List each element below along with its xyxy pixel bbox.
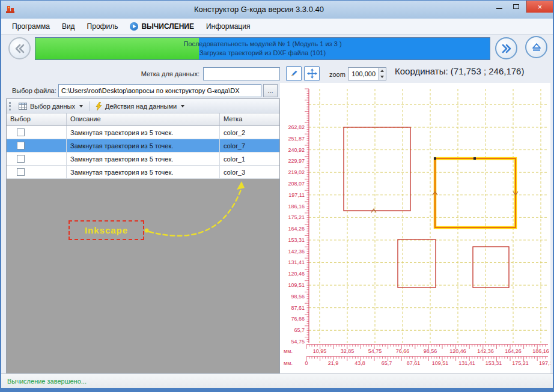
edit-button[interactable] [286, 66, 302, 81]
double-chevron-left-icon [14, 43, 26, 54]
svg-text:142,36: 142,36 [477, 348, 494, 354]
svg-text:164,26: 164,26 [288, 226, 305, 232]
svg-text:229,97: 229,97 [288, 158, 305, 164]
svg-text:65,7: 65,7 [382, 360, 392, 366]
pencil-icon [290, 69, 299, 78]
close-button[interactable]: × [526, 1, 553, 13]
progress-line2: Загрузка траекторий из DXF файла (101) [199, 49, 326, 58]
svg-text:197,11: 197,11 [539, 360, 550, 366]
row-description: Замкнутая траектория из 5 точек. [67, 139, 220, 152]
menu-item-calculation[interactable]: ВЫЧИСЛЕНИЕ [124, 19, 200, 34]
svg-text:131,41: 131,41 [288, 259, 305, 265]
y-axis-labels: 262,82251,87240,92229,97219,02208,07197,… [288, 124, 305, 345]
menu-item-program[interactable]: Программа [6, 19, 56, 34]
svg-text:32,85: 32,85 [341, 348, 355, 354]
svg-text:мм.: мм. [284, 360, 293, 366]
maximize-button[interactable] [508, 1, 524, 12]
minimize-icon [496, 8, 502, 9]
svg-text:120,46: 120,46 [449, 348, 466, 354]
chevron-down-icon [79, 105, 83, 107]
row-select-cell [7, 166, 67, 178]
play-icon [130, 22, 138, 31]
row-description: Замкнутая траектория из 5 точек. [67, 126, 220, 139]
svg-text:21,9: 21,9 [328, 360, 339, 366]
svg-text:мм.: мм. [284, 348, 293, 354]
row-description: Замкнутая траектория из 5 точек. [67, 152, 220, 165]
eject-icon [531, 42, 542, 53]
data-label-caption: Метка для данных: [91, 70, 199, 77]
svg-text:109,51: 109,51 [288, 282, 305, 288]
table-row-color_3[interactable]: Замкнутая траектория из 5 точек.color_3 [7, 166, 279, 179]
app-window: Конструктор G-кода версия 3.3.0.40 × Про… [0, 0, 554, 392]
column-header-description[interactable]: Описание [67, 113, 220, 125]
eject-button[interactable] [525, 36, 547, 58]
data-actions-dropdown[interactable]: Действия над данными [91, 100, 189, 112]
row-checkbox[interactable] [17, 128, 25, 136]
zoom-decrease-button[interactable] [379, 74, 386, 80]
down-arrow-icon [380, 76, 384, 78]
window-title: Конструктор G-кода версия 3.3.0.40 [37, 5, 481, 14]
annotation-arrow [7, 179, 279, 373]
file-label: Выбор файла: [12, 87, 56, 94]
zoom-value: 100,000 [349, 68, 377, 80]
row-select-cell [7, 126, 67, 139]
svg-text:175,21: 175,21 [288, 214, 305, 220]
toolbar-separator [89, 101, 90, 111]
svg-text:153,31: 153,31 [486, 360, 502, 366]
svg-text:54,75: 54,75 [368, 348, 382, 354]
next-module-button[interactable] [495, 37, 517, 59]
svg-text:197,11: 197,11 [288, 192, 305, 198]
svg-text:164,26: 164,26 [505, 348, 522, 354]
app-icon [5, 5, 15, 14]
menubar: ПрограммаВидПрофильВЫЧИСЛЕНИЕИнформация [1, 19, 553, 35]
data-label-input[interactable] [203, 67, 280, 80]
minimize-button[interactable] [492, 1, 507, 12]
table-row-color_7[interactable]: Замкнутая траектория из 5 точек.color_7 [7, 139, 279, 152]
row-checkbox[interactable] [17, 155, 25, 163]
row-label: color_2 [220, 126, 279, 139]
pan-button[interactable] [304, 66, 320, 81]
svg-text:109,51: 109,51 [432, 360, 449, 366]
select-data-label: Выбор данных [30, 103, 75, 110]
row-label: color_1 [220, 152, 279, 165]
status-text: Вычисление завершено... [7, 378, 87, 385]
prev-module-button[interactable] [8, 37, 31, 59]
column-header-select[interactable]: Выбор [7, 113, 67, 125]
svg-text:251,87: 251,87 [288, 136, 305, 142]
select-data-dropdown[interactable]: Выбор данных [14, 100, 87, 112]
coordinates-value: (71,753 ; 246,176) [451, 66, 525, 76]
table-header: Выбор Описание Метка [7, 113, 279, 126]
svg-text:153,31: 153,31 [288, 237, 305, 243]
svg-text:175,21: 175,21 [512, 360, 529, 366]
zoom-label: zoom [329, 71, 345, 78]
file-path-input[interactable] [58, 84, 261, 97]
column-header-label[interactable]: Метка [220, 113, 279, 125]
row-checkbox[interactable] [17, 168, 25, 176]
menu-item-view[interactable]: Вид [56, 19, 81, 34]
svg-text:10,95: 10,95 [313, 348, 327, 354]
svg-text:76,66: 76,66 [291, 316, 305, 322]
menu-item-information[interactable]: Информация [200, 19, 256, 34]
svg-text:43,8: 43,8 [355, 360, 365, 366]
y-axis-ruler [305, 89, 309, 343]
coordinates-label: Координаты: [395, 66, 448, 76]
table-row-color_2[interactable]: Замкнутая траектория из 5 точек.color_2 [7, 126, 279, 139]
grid-empty-area: Inkscape [7, 179, 279, 373]
maximize-icon [513, 4, 519, 9]
svg-text:0: 0 [305, 360, 308, 366]
menu-item-profile[interactable]: Профиль [81, 19, 124, 34]
data-panel: Выбор данных Действия над данными Выбор … [6, 98, 280, 373]
plot-canvas[interactable]: 262,82251,87240,92229,97219,02208,07197,… [280, 83, 550, 373]
row-label: color_7 [220, 139, 279, 152]
titlebar[interactable]: Конструктор G-кода версия 3.3.0.40 × [1, 1, 553, 19]
svg-text:98,56: 98,56 [424, 348, 437, 354]
zoom-increase-button[interactable] [379, 68, 386, 74]
row-checkbox[interactable] [17, 142, 25, 149]
browse-button[interactable]: ... [263, 84, 278, 97]
table-row-color_1[interactable]: Замкнутая траектория из 5 точек.color_1 [7, 152, 279, 166]
move-icon [307, 68, 317, 79]
data-actions-label: Действия над данными [105, 103, 177, 110]
toolbar-grip[interactable] [9, 102, 11, 110]
svg-text:186,16: 186,16 [532, 348, 549, 354]
zoom-spinner[interactable]: 100,000 [348, 67, 386, 80]
